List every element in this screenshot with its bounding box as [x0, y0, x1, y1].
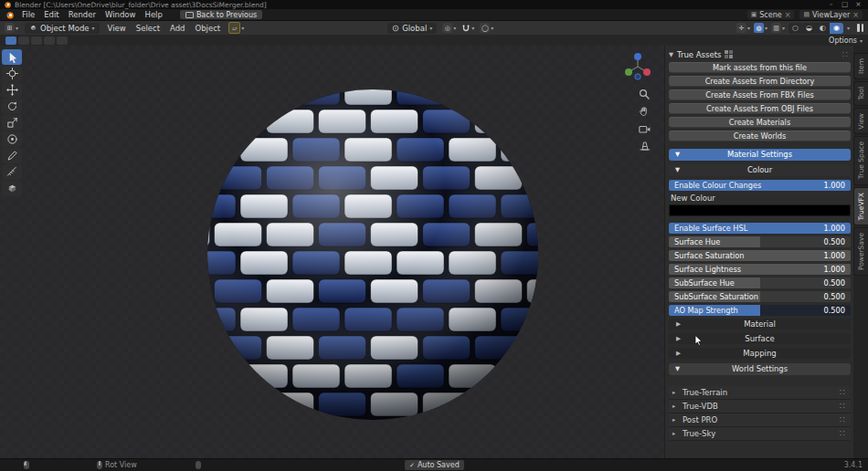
panel-true-terrain[interactable]: ▸True-Terrain::: [669, 386, 851, 400]
tool-select-box-button[interactable]: [2, 49, 22, 65]
3d-viewport[interactable]: [0, 46, 664, 458]
panel-drag-dots-icon[interactable]: ::: [840, 386, 846, 399]
slider-enable-surface-hsl[interactable]: Enable Surface HSL1.000: [669, 223, 851, 234]
scale-icon: [6, 117, 18, 129]
slider-ao-map-strength[interactable]: AO Map Strength0.500: [669, 305, 851, 316]
panel-drag-dots-icon[interactable]: ::: [840, 400, 846, 413]
tool-add-cube-button[interactable]: [2, 181, 22, 196]
tool-measure-button[interactable]: [2, 164, 22, 180]
pause-icon[interactable]: [857, 24, 863, 32]
slider-value: 1.000: [824, 224, 845, 233]
create-assets-from-obj-files-button[interactable]: Create Assets From OBJ Files: [669, 103, 851, 114]
true-assets-panel-header[interactable]: ▼ True Assets ::: [669, 48, 851, 60]
close-button[interactable]: ×: [852, 0, 864, 9]
minimize-button[interactable]: –: [825, 0, 837, 9]
slider-enable-colour-changes[interactable]: Enable Colour Changes1.000: [669, 180, 851, 191]
woven-sphere-object[interactable]: [206, 89, 539, 421]
slider-surface-saturation[interactable]: Surface Saturation1.000: [669, 250, 851, 261]
tab-item[interactable]: Item: [853, 53, 868, 79]
colour-section-header[interactable]: ▼ Colour: [669, 164, 851, 176]
scene-selector[interactable]: ▣ Scene ×: [747, 10, 795, 19]
slider-surface-lightness[interactable]: Surface Lightness1.000: [669, 264, 851, 275]
maximize-button[interactable]: □: [839, 0, 851, 9]
create-assets-from-directory-button[interactable]: Create Assets From Directory: [669, 76, 851, 87]
slider-surface-hue[interactable]: Surface Hue0.500: [669, 236, 851, 247]
viewport-menu-add[interactable]: Add: [168, 24, 186, 33]
select-mode-invert-button[interactable]: [44, 37, 55, 45]
pivot-point-selector[interactable]: ◎ ▾: [442, 23, 456, 33]
world-settings-header[interactable]: ▼ World Settings: [669, 363, 851, 375]
select-mode-extend-button[interactable]: [18, 37, 29, 45]
main-menus: FileEditRenderWindowHelp: [17, 10, 167, 19]
tab-view[interactable]: View: [853, 108, 868, 135]
material-settings-header[interactable]: ▼ Material Settings: [669, 149, 851, 161]
viewlayer-selector[interactable]: ▤ ViewLayer ×: [799, 10, 863, 19]
perspective-toggle-icon[interactable]: [638, 140, 651, 152]
xray-toggle[interactable]: ▥ ▾: [771, 23, 785, 33]
tool-annotate-button[interactable]: [2, 148, 22, 163]
slider-subsurface-saturation[interactable]: SubSurface Saturation0.500: [669, 291, 851, 302]
viewlayer-unlink-icon[interactable]: ×: [852, 11, 859, 19]
create-assets-from-fbx-files-button[interactable]: Create Assets From FBX Files: [669, 89, 851, 100]
editor-type-selector[interactable]: ⊞ ▾: [5, 23, 18, 33]
tab-tool[interactable]: Tool: [853, 81, 868, 106]
scene-unlink-icon[interactable]: ×: [785, 11, 791, 19]
pan-hand-icon[interactable]: [638, 105, 651, 118]
shading-material-button[interactable]: ◐: [816, 23, 830, 34]
tool-transform-button[interactable]: [2, 131, 22, 147]
back-to-previous-button[interactable]: Back to Previous: [180, 10, 262, 19]
tool-move-button[interactable]: [2, 82, 22, 98]
viewport-menu-object[interactable]: Object: [193, 24, 222, 33]
zoom-icon[interactable]: [638, 88, 651, 100]
menu-window[interactable]: Window: [101, 10, 141, 19]
create-materials-button[interactable]: Create Materials: [669, 117, 851, 128]
select-mode-subtract-button[interactable]: [31, 37, 42, 45]
menu-help[interactable]: Help: [140, 10, 166, 19]
menu-file[interactable]: File: [17, 10, 39, 19]
move-icon: [6, 84, 18, 96]
blender-app-icon[interactable]: [5, 11, 14, 19]
shading-rendered-button[interactable]: ◉: [830, 23, 843, 34]
proportional-editing[interactable]: ◯ ▾: [480, 23, 493, 33]
slider-subsurface-hue[interactable]: SubSurface Hue0.500: [669, 277, 851, 288]
viewport-menu-view[interactable]: View: [106, 24, 128, 33]
panel-true-vdb[interactable]: ▸True-VDB::: [669, 400, 851, 413]
menu-render[interactable]: Render: [64, 10, 101, 19]
navigation-gizmo[interactable]: [622, 51, 653, 84]
mark-assets-from-this-file-button[interactable]: Mark assets from this file: [669, 62, 851, 73]
back-to-previous-label: Back to Previous: [196, 11, 257, 19]
cube-icon: [29, 24, 37, 32]
new-colour-swatch[interactable]: [669, 204, 851, 216]
tab-true-space[interactable]: True Space: [853, 136, 868, 184]
panel-drag-dots-icon[interactable]: ::: [840, 413, 846, 426]
panel-true-sky[interactable]: ▸True-Sky::: [669, 427, 851, 441]
overlays-toggle[interactable]: ◍ ▾: [754, 23, 767, 33]
viewport-menu-select[interactable]: Select: [134, 24, 162, 33]
subpanel-mapping[interactable]: ▶Mapping: [669, 348, 851, 359]
select-mode-intersect-button[interactable]: [57, 37, 68, 45]
tool-icon-dropdown[interactable]: ▱ ▾: [228, 22, 244, 34]
snap-controls[interactable]: ▾: [461, 24, 474, 33]
tool-rotate-button[interactable]: [2, 99, 22, 114]
shading-solid-button[interactable]: ◒: [802, 23, 816, 34]
menu-edit[interactable]: Edit: [39, 10, 63, 19]
tab-truevfx[interactable]: TrueVFX: [853, 187, 868, 226]
panel-post-pro[interactable]: ▸Post PRO::: [669, 413, 851, 427]
panel-drag-dots-icon[interactable]: ::: [840, 427, 846, 440]
orientation-selector[interactable]: Global ▾: [387, 23, 437, 34]
tool-scale-button[interactable]: [2, 115, 22, 131]
collapse-arrow-icon: ▸: [672, 413, 675, 426]
shading-wireframe-button[interactable]: ○: [789, 23, 802, 34]
tool-cursor-button[interactable]: [2, 66, 22, 81]
gizmos-toggle[interactable]: ✛ ▾: [736, 23, 750, 33]
tab-powersave[interactable]: PowerSave: [853, 227, 868, 276]
camera-view-icon[interactable]: [638, 122, 651, 135]
subpanel-material[interactable]: ▶Material: [669, 319, 851, 330]
slider-label: Surface Lightness: [674, 265, 741, 274]
select-mode-set-button[interactable]: [5, 37, 16, 45]
subpanel-surface[interactable]: ▶Surface: [669, 333, 851, 344]
options-dropdown[interactable]: Options ▾: [829, 37, 863, 45]
panel-drag-dots-icon[interactable]: ::: [842, 50, 849, 58]
create-worlds-button[interactable]: Create Worlds: [669, 131, 851, 141]
mode-selector[interactable]: Object Mode ▾: [25, 23, 100, 34]
